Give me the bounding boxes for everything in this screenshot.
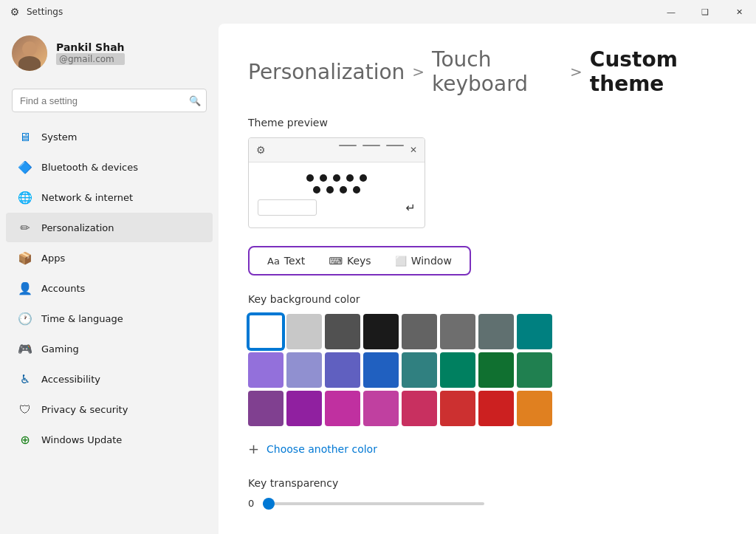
time-icon: 🕐 (18, 311, 32, 326)
preview-close (386, 145, 404, 146)
tab-text[interactable]: Aa Text (255, 250, 317, 271)
search-icon: 🔍 (189, 95, 201, 106)
preview-key (346, 174, 354, 182)
sidebar-item-update[interactable]: ⊕ Windows Update (6, 425, 213, 454)
maximize-button[interactable]: ❑ (688, 0, 722, 24)
preview-maximize (362, 145, 380, 146)
color-swatch-teal-dark[interactable] (478, 314, 514, 349)
sidebar-item-personalization[interactable]: ✏️ Personalization (6, 213, 213, 242)
close-button[interactable]: ✕ (722, 0, 756, 24)
preview-key-row-2 (313, 186, 360, 194)
theme-preview-section: Theme preview ⚙ ✕ (248, 117, 726, 228)
privacy-icon: 🛡 (18, 402, 32, 417)
minimize-button[interactable]: — (654, 0, 688, 24)
bluetooth-icon: 🔷 (18, 160, 32, 174)
color-swatch-pink1[interactable] (363, 391, 399, 426)
choose-another-color[interactable]: + Choose another color (248, 438, 726, 459)
avatar (12, 35, 47, 71)
color-swatch-gray1[interactable] (402, 314, 437, 349)
color-swatch-magenta2[interactable] (325, 391, 360, 426)
color-swatch-red2[interactable] (478, 391, 514, 426)
preview-key (326, 186, 334, 194)
sidebar-item-accessibility[interactable]: ♿ Accessibility (6, 364, 213, 394)
search-box: 🔍 (12, 89, 207, 112)
gaming-icon: 🎮 (18, 341, 32, 356)
tab-selector: Aa Text ⌨ Keys ⬜ Window (248, 246, 471, 275)
sidebar-item-bluetooth[interactable]: 🔷 Bluetooth & devices (6, 152, 213, 182)
color-swatch-red1[interactable] (440, 391, 475, 426)
color-swatch-green[interactable] (517, 352, 552, 388)
color-swatch-green-teal[interactable] (440, 352, 475, 388)
preview-key (333, 174, 340, 182)
breadcrumb-current: Custom theme (590, 47, 726, 96)
sidebar-item-label-accounts: Accounts (41, 283, 85, 294)
color-swatch-white[interactable] (248, 314, 284, 349)
color-swatch-black[interactable] (363, 314, 399, 349)
preview-keys (258, 174, 416, 194)
color-grid (248, 314, 726, 426)
color-swatch-teal[interactable] (517, 314, 552, 349)
search-input[interactable] (12, 89, 207, 112)
preview-body: ↵ (249, 162, 425, 227)
theme-preview-label: Theme preview (248, 117, 726, 129)
sidebar-item-time[interactable]: 🕐 Time & language (6, 304, 213, 333)
user-name: Pankil Shah (56, 41, 125, 53)
preview-key-row-1 (306, 174, 367, 182)
color-swatch-darkgray[interactable] (325, 314, 360, 349)
preview-input-row: ↵ (258, 199, 416, 216)
color-swatch-pink2[interactable] (402, 391, 437, 426)
color-swatch-purple2[interactable] (286, 352, 322, 388)
sidebar-item-network[interactable]: 🌐 Network & internet (6, 182, 213, 212)
sidebar-item-label-update: Windows Update (41, 434, 122, 445)
sidebar-item-system[interactable]: 🖥 System (6, 122, 213, 151)
update-icon: ⊕ (18, 432, 32, 447)
sidebar-item-privacy[interactable]: 🛡 Privacy & security (6, 394, 213, 424)
tab-window[interactable]: ⬜ Window (383, 250, 464, 271)
color-swatch-lightgray[interactable] (286, 314, 322, 349)
sidebar-item-label-privacy: Privacy & security (41, 404, 128, 415)
sidebar-item-label-accessibility: Accessibility (41, 374, 100, 385)
user-section[interactable]: Pankil Shah @gmail.com (0, 24, 219, 83)
plus-icon: + (248, 441, 259, 456)
sidebar-item-accounts[interactable]: 👤 Accounts (6, 273, 213, 303)
app-title: Settings (27, 7, 63, 17)
settings-app-icon: ⚙ (9, 6, 21, 18)
accessibility-icon: ♿ (18, 372, 32, 386)
tab-keys[interactable]: ⌨ Keys (317, 250, 382, 271)
user-email: @gmail.com (56, 53, 125, 65)
color-swatch-blue-purple[interactable] (325, 352, 360, 388)
sidebar: Pankil Shah @gmail.com 🔍 🖥 System 🔷 Blue… (0, 24, 219, 534)
color-swatch-teal2[interactable] (402, 352, 437, 388)
system-icon: 🖥 (18, 129, 32, 144)
sidebar-item-label-network: Network & internet (41, 192, 133, 203)
sidebar-item-label-time: Time & language (41, 313, 123, 324)
slider-thumb[interactable] (263, 498, 275, 510)
nav-items: 🖥 System 🔷 Bluetooth & devices 🌐 Network… (0, 118, 219, 534)
color-swatch-purple3[interactable] (248, 391, 284, 426)
color-swatch-orange[interactable] (517, 391, 552, 426)
sidebar-item-gaming[interactable]: 🎮 Gaming (6, 334, 213, 363)
color-swatch-purple1[interactable] (248, 352, 284, 388)
color-swatch-dark-green[interactable] (478, 352, 514, 388)
tab-window-label: Window (411, 255, 452, 267)
breadcrumb: Personalization > Touch keyboard > Custo… (248, 47, 726, 96)
color-row-3 (248, 391, 726, 426)
color-swatch-magenta1[interactable] (286, 391, 322, 426)
preview-titlebar: ⚙ ✕ (249, 138, 425, 162)
color-swatch-gray2[interactable] (440, 314, 475, 349)
breadcrumb-part1: Personalization (248, 60, 405, 84)
key-bg-color-label: Key background color (248, 293, 726, 305)
apps-icon: 📦 (18, 250, 32, 265)
breadcrumb-part2: Touch keyboard (432, 47, 563, 96)
preview-key (353, 186, 360, 194)
content-area: Personalization > Touch keyboard > Custo… (219, 24, 756, 534)
accounts-icon: 👤 (18, 281, 32, 295)
preview-enter-icon: ↵ (406, 201, 416, 215)
user-info: Pankil Shah @gmail.com (56, 41, 125, 65)
slider-track[interactable] (263, 502, 484, 505)
color-swatch-blue[interactable] (363, 352, 399, 388)
tab-keys-label: Keys (347, 255, 371, 267)
key-bg-color-section: Key background color (248, 293, 726, 459)
preview-key (313, 186, 320, 194)
sidebar-item-apps[interactable]: 📦 Apps (6, 243, 213, 273)
